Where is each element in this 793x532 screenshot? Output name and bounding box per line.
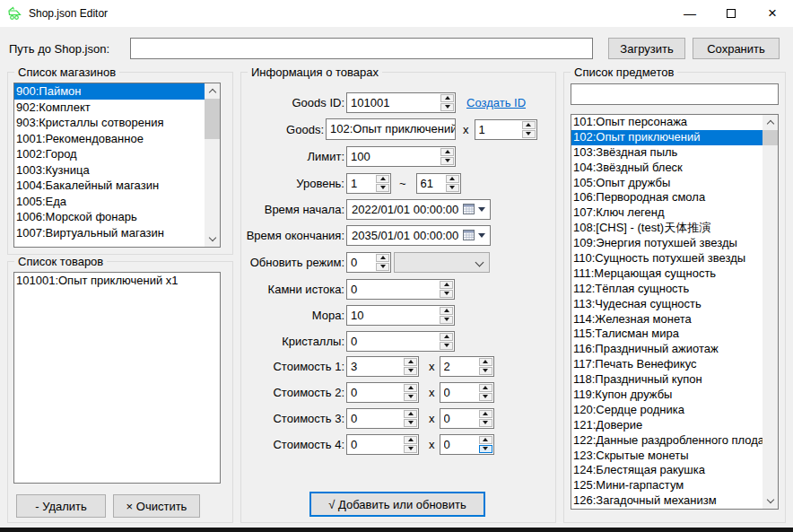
- goods-id-spinner[interactable]: 101001: [346, 92, 456, 113]
- list-item[interactable]: 1003:Кузница: [14, 162, 220, 179]
- scroll-down-icon[interactable]: [205, 231, 220, 247]
- list-item[interactable]: 115:Талисман мира: [571, 327, 778, 342]
- spin-down-icon[interactable]: [404, 419, 417, 427]
- spin-down-icon[interactable]: [479, 367, 492, 375]
- spin-up-icon[interactable]: [404, 358, 417, 366]
- spin-up-icon[interactable]: [404, 384, 417, 392]
- list-item[interactable]: 126:Загадочный механизм: [571, 493, 778, 509]
- scroll-up-icon[interactable]: [205, 83, 220, 99]
- list-item[interactable]: 1007:Виртуальный магазин: [14, 225, 220, 241]
- list-item[interactable]: 113:Чудесная сущность: [571, 297, 778, 312]
- spin-down-icon[interactable]: [376, 263, 389, 271]
- list-item[interactable]: 102:Опыт приключений: [571, 130, 778, 145]
- spin-down-icon[interactable]: [404, 367, 417, 375]
- maximize-button[interactable]: [710, 0, 752, 27]
- list-item[interactable]: 112:Тёплая сущность: [571, 282, 778, 297]
- list-item[interactable]: 114:Железная монета: [571, 312, 778, 327]
- scrollbar-thumb[interactable]: [205, 99, 220, 139]
- list-item[interactable]: 1005:Еда: [14, 194, 220, 210]
- list-item[interactable]: 1002:Город: [14, 146, 220, 162]
- list-item[interactable]: 101:Опыт персонажа: [571, 115, 778, 130]
- list-item[interactable]: 108:[CHS] - (test)天体推演: [571, 221, 778, 236]
- delete-button[interactable]: - Удалить: [16, 494, 106, 518]
- spin-down-icon[interactable]: [479, 419, 492, 427]
- spin-down-icon[interactable]: [404, 393, 417, 401]
- spin-down-icon[interactable]: [522, 130, 536, 138]
- list-item[interactable]: 119:Купон дружбы: [571, 388, 778, 403]
- list-item[interactable]: 104:Звёздный блеск: [571, 161, 778, 176]
- list-item[interactable]: 106:Первородная смола: [571, 190, 778, 205]
- items-scrollbar[interactable]: [762, 115, 778, 509]
- add-or-update-button[interactable]: √ Добавить или обновить: [309, 492, 485, 517]
- crystals-spinner[interactable]: 0: [346, 331, 455, 352]
- close-button[interactable]: ×: [752, 0, 793, 27]
- title-bar[interactable]: Shop.json Editor — ×: [0, 0, 793, 27]
- spin-up-icon[interactable]: [440, 148, 454, 156]
- spin-up-icon[interactable]: [440, 94, 454, 102]
- cost1-count-spinner[interactable]: 2: [440, 356, 494, 377]
- level-max-spinner[interactable]: 61: [416, 173, 461, 194]
- list-item[interactable]: 125:Мини-гарпастум: [571, 478, 778, 493]
- spin-down-icon[interactable]: [440, 342, 453, 350]
- spin-down-icon[interactable]: [440, 103, 454, 111]
- limit-spinner[interactable]: 100: [346, 146, 456, 167]
- cost2-count-spinner[interactable]: 0: [440, 382, 494, 403]
- list-item[interactable]: 121:Доверие: [571, 418, 778, 433]
- spin-up-icon[interactable]: [376, 254, 389, 262]
- list-item[interactable]: 124:Блестящая ракушка: [571, 463, 778, 478]
- list-item[interactable]: 902:Комплект: [14, 100, 220, 116]
- clear-button[interactable]: × Очистить: [113, 494, 200, 518]
- spin-down-icon[interactable]: [440, 157, 454, 165]
- spin-up-icon[interactable]: [440, 333, 453, 341]
- spin-down-icon[interactable]: [376, 184, 389, 192]
- list-item[interactable]: 105:Опыт дружбы: [571, 176, 778, 191]
- minimize-button[interactable]: —: [669, 0, 710, 27]
- spin-down-icon[interactable]: [440, 316, 453, 324]
- save-button[interactable]: Сохранить: [693, 38, 780, 59]
- spin-up-icon[interactable]: [479, 410, 492, 418]
- dropdown-arrow-icon[interactable]: [478, 233, 485, 238]
- scroll-down-icon[interactable]: [762, 493, 778, 509]
- cost3-item-spinner[interactable]: 0: [346, 408, 419, 429]
- spin-down-icon[interactable]: [479, 393, 492, 401]
- list-item[interactable]: 903:Кристаллы сотворения: [14, 115, 220, 131]
- spin-up-icon[interactable]: [404, 436, 417, 444]
- list-item[interactable]: 110:Сущность потухшей звезды: [571, 251, 778, 266]
- refresh-mode-spinner[interactable]: 0: [346, 252, 391, 273]
- spin-up-icon[interactable]: [522, 121, 536, 129]
- spin-up-icon[interactable]: [404, 410, 417, 418]
- spin-down-icon[interactable]: [404, 445, 417, 453]
- refresh-mode-combo[interactable]: [394, 252, 490, 273]
- spin-up-icon[interactable]: [479, 384, 492, 392]
- spin-up-icon[interactable]: [440, 307, 453, 315]
- list-item[interactable]: 107:Ключ легенд: [571, 205, 778, 221]
- list-item[interactable]: 101001:Опыт приключений x1: [14, 273, 220, 289]
- mora-spinner[interactable]: 10: [346, 305, 455, 326]
- goods-qty-spinner[interactable]: 1: [475, 119, 537, 140]
- list-item[interactable]: 111:Мерцающая сущность: [571, 266, 778, 282]
- list-item[interactable]: 120:Сердце родника: [571, 403, 778, 418]
- spin-down-icon[interactable]: [479, 445, 492, 453]
- spin-up-icon[interactable]: [440, 281, 453, 289]
- spin-up-icon[interactable]: [479, 436, 492, 444]
- list-item[interactable]: 116:Праздничный ажиотаж: [571, 342, 778, 357]
- scroll-up-icon[interactable]: [762, 115, 778, 130]
- list-item[interactable]: 1001:Рекомендованное: [14, 131, 220, 147]
- shops-scrollbar[interactable]: [205, 83, 220, 247]
- end-time-picker[interactable]: 2035/01/01 00:00:00: [346, 225, 491, 246]
- dropdown-arrow-icon[interactable]: [478, 207, 485, 212]
- list-item[interactable]: 122:Данные раздробленного плода: [571, 433, 778, 449]
- load-button[interactable]: Загрузить: [608, 38, 685, 59]
- create-id-link[interactable]: Создать ID: [466, 96, 526, 109]
- list-item[interactable]: 103:Звёздная пыль: [571, 145, 778, 161]
- cost3-count-spinner[interactable]: 0: [440, 408, 494, 429]
- spin-up-icon[interactable]: [446, 175, 459, 183]
- items-search-input[interactable]: [571, 83, 779, 105]
- level-min-spinner[interactable]: 1: [346, 173, 391, 194]
- cost1-item-spinner[interactable]: 3: [346, 356, 419, 377]
- spin-up-icon[interactable]: [376, 175, 389, 183]
- list-item[interactable]: 123:Скрытые монеты: [571, 449, 778, 464]
- spin-down-icon[interactable]: [440, 290, 453, 298]
- begin-time-picker[interactable]: 2022/01/01 00:00:00: [346, 199, 491, 220]
- spin-up-icon[interactable]: [479, 358, 492, 366]
